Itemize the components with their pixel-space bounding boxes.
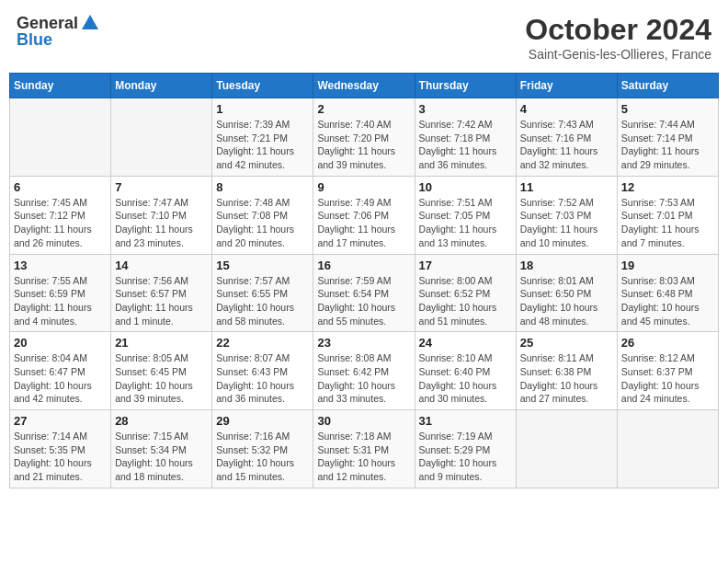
logo-icon [80,13,100,33]
day-info: Sunrise: 7:19 AM Sunset: 5:29 PM Dayligh… [419,430,512,484]
day-info: Sunrise: 7:59 AM Sunset: 6:54 PM Dayligh… [317,274,410,328]
calendar-cell [516,410,617,488]
day-number: 22 [216,336,309,350]
calendar-cell: 5Sunrise: 7:44 AM Sunset: 7:14 PM Daylig… [617,98,718,177]
day-number: 12 [621,180,714,194]
day-info: Sunrise: 8:05 AM Sunset: 6:45 PM Dayligh… [115,351,208,406]
calendar-table: SundayMondayTuesdayWednesdayThursdayFrid… [9,73,719,488]
day-info: Sunrise: 8:00 AM Sunset: 6:52 PM Dayligh… [419,274,512,328]
day-info: Sunrise: 8:03 AM Sunset: 6:48 PM Dayligh… [621,274,714,328]
calendar-cell: 6Sunrise: 7:45 AM Sunset: 7:12 PM Daylig… [10,176,111,254]
calendar-cell: 8Sunrise: 7:48 AM Sunset: 7:08 PM Daylig… [212,176,313,254]
day-number: 5 [621,102,714,116]
day-number: 15 [216,259,309,272]
day-info: Sunrise: 7:45 AM Sunset: 7:12 PM Dayligh… [14,196,107,250]
calendar-cell: 29Sunrise: 7:16 AM Sunset: 5:32 PM Dayli… [212,410,313,488]
calendar-cell: 24Sunrise: 8:10 AM Sunset: 6:40 PM Dayli… [415,332,516,410]
page-header: General Blue October 2024 Saint-Genis-le… [9,9,719,65]
calendar-week-row: 13Sunrise: 7:55 AM Sunset: 6:59 PM Dayli… [10,254,719,332]
day-number: 3 [419,102,512,116]
calendar-cell: 27Sunrise: 7:14 AM Sunset: 5:35 PM Dayli… [10,410,111,488]
day-info: Sunrise: 7:48 AM Sunset: 7:08 PM Dayligh… [216,196,309,250]
calendar-week-row: 20Sunrise: 8:04 AM Sunset: 6:47 PM Dayli… [10,332,719,410]
day-number: 7 [115,180,208,194]
logo-general-text: General [17,15,78,31]
day-number: 24 [419,336,512,350]
calendar-cell: 22Sunrise: 8:07 AM Sunset: 6:43 PM Dayli… [212,332,313,410]
day-info: Sunrise: 7:55 AM Sunset: 6:59 PM Dayligh… [14,274,107,328]
calendar-cell: 10Sunrise: 7:51 AM Sunset: 7:05 PM Dayli… [415,176,516,254]
day-number: 21 [115,336,208,350]
day-info: Sunrise: 8:10 AM Sunset: 6:40 PM Dayligh… [419,351,512,406]
day-info: Sunrise: 7:18 AM Sunset: 5:31 PM Dayligh… [317,430,410,484]
calendar-cell: 1Sunrise: 7:39 AM Sunset: 7:21 PM Daylig… [212,98,313,177]
day-info: Sunrise: 7:39 AM Sunset: 7:21 PM Dayligh… [216,118,309,172]
day-info: Sunrise: 7:51 AM Sunset: 7:05 PM Dayligh… [419,196,512,250]
day-info: Sunrise: 7:14 AM Sunset: 5:35 PM Dayligh… [14,430,107,484]
calendar-cell: 20Sunrise: 8:04 AM Sunset: 6:47 PM Dayli… [10,332,111,410]
day-info: Sunrise: 7:56 AM Sunset: 6:57 PM Dayligh… [115,274,208,328]
day-info: Sunrise: 7:44 AM Sunset: 7:14 PM Dayligh… [621,118,714,172]
calendar-cell: 16Sunrise: 7:59 AM Sunset: 6:54 PM Dayli… [313,254,415,332]
calendar-cell: 25Sunrise: 8:11 AM Sunset: 6:38 PM Dayli… [516,332,617,410]
day-number: 10 [419,180,512,194]
calendar-cell: 9Sunrise: 7:49 AM Sunset: 7:06 PM Daylig… [313,176,415,254]
day-number: 29 [216,414,309,428]
day-number: 27 [14,414,107,428]
day-number: 31 [419,414,512,428]
calendar-cell: 4Sunrise: 7:43 AM Sunset: 7:16 PM Daylig… [516,98,617,177]
calendar-header-row: SundayMondayTuesdayWednesdayThursdayFrid… [10,74,719,98]
day-info: Sunrise: 8:04 AM Sunset: 6:47 PM Dayligh… [14,351,107,406]
calendar-cell: 28Sunrise: 7:15 AM Sunset: 5:34 PM Dayli… [111,410,212,488]
svg-marker-0 [82,15,98,29]
calendar-cell [111,98,212,177]
day-header-sunday: Sunday [10,74,111,98]
day-info: Sunrise: 7:49 AM Sunset: 7:06 PM Dayligh… [317,196,410,250]
day-info: Sunrise: 8:01 AM Sunset: 6:50 PM Dayligh… [520,274,613,328]
day-info: Sunrise: 7:16 AM Sunset: 5:32 PM Dayligh… [216,430,309,484]
calendar-cell: 18Sunrise: 8:01 AM Sunset: 6:50 PM Dayli… [516,254,617,332]
day-number: 16 [317,259,410,272]
day-info: Sunrise: 7:15 AM Sunset: 5:34 PM Dayligh… [115,430,208,484]
day-header-monday: Monday [111,74,212,98]
day-number: 23 [317,336,410,350]
calendar-cell: 19Sunrise: 8:03 AM Sunset: 6:48 PM Dayli… [617,254,718,332]
day-info: Sunrise: 8:08 AM Sunset: 6:42 PM Dayligh… [317,351,410,406]
calendar-cell: 2Sunrise: 7:40 AM Sunset: 7:20 PM Daylig… [313,98,415,177]
calendar-cell: 3Sunrise: 7:42 AM Sunset: 7:18 PM Daylig… [415,98,516,177]
day-number: 4 [520,102,613,116]
calendar-cell: 13Sunrise: 7:55 AM Sunset: 6:59 PM Dayli… [10,254,111,332]
day-info: Sunrise: 7:43 AM Sunset: 7:16 PM Dayligh… [520,118,613,172]
calendar-cell [617,410,718,488]
calendar-cell: 17Sunrise: 8:00 AM Sunset: 6:52 PM Dayli… [415,254,516,332]
day-info: Sunrise: 7:47 AM Sunset: 7:10 PM Dayligh… [115,196,208,250]
calendar-cell: 21Sunrise: 8:05 AM Sunset: 6:45 PM Dayli… [111,332,212,410]
day-header-friday: Friday [516,74,617,98]
day-number: 30 [317,414,410,428]
day-number: 14 [115,259,208,272]
calendar-cell: 26Sunrise: 8:12 AM Sunset: 6:37 PM Dayli… [617,332,718,410]
day-number: 11 [520,180,613,194]
calendar-week-row: 27Sunrise: 7:14 AM Sunset: 5:35 PM Dayli… [10,410,719,488]
day-info: Sunrise: 7:53 AM Sunset: 7:01 PM Dayligh… [621,196,714,250]
day-number: 26 [621,336,714,350]
day-number: 6 [14,180,107,194]
calendar-cell: 30Sunrise: 7:18 AM Sunset: 5:31 PM Dayli… [313,410,415,488]
title-block: October 2024 Saint-Genis-les-Ollieres, F… [525,13,711,62]
day-info: Sunrise: 8:12 AM Sunset: 6:37 PM Dayligh… [621,351,714,406]
logo: General Blue [17,13,100,48]
day-number: 25 [520,336,613,350]
day-header-saturday: Saturday [617,74,718,98]
day-header-wednesday: Wednesday [313,74,415,98]
calendar-cell: 23Sunrise: 8:08 AM Sunset: 6:42 PM Dayli… [313,332,415,410]
calendar-week-row: 1Sunrise: 7:39 AM Sunset: 7:21 PM Daylig… [10,98,719,177]
calendar-cell: 15Sunrise: 7:57 AM Sunset: 6:55 PM Dayli… [212,254,313,332]
calendar-cell: 14Sunrise: 7:56 AM Sunset: 6:57 PM Dayli… [111,254,212,332]
month-title: October 2024 [525,13,711,47]
day-info: Sunrise: 7:52 AM Sunset: 7:03 PM Dayligh… [520,196,613,250]
day-info: Sunrise: 7:42 AM Sunset: 7:18 PM Dayligh… [419,118,512,172]
day-number: 9 [317,180,410,194]
calendar-cell: 31Sunrise: 7:19 AM Sunset: 5:29 PM Dayli… [415,410,516,488]
day-info: Sunrise: 7:57 AM Sunset: 6:55 PM Dayligh… [216,274,309,328]
day-number: 8 [216,180,309,194]
